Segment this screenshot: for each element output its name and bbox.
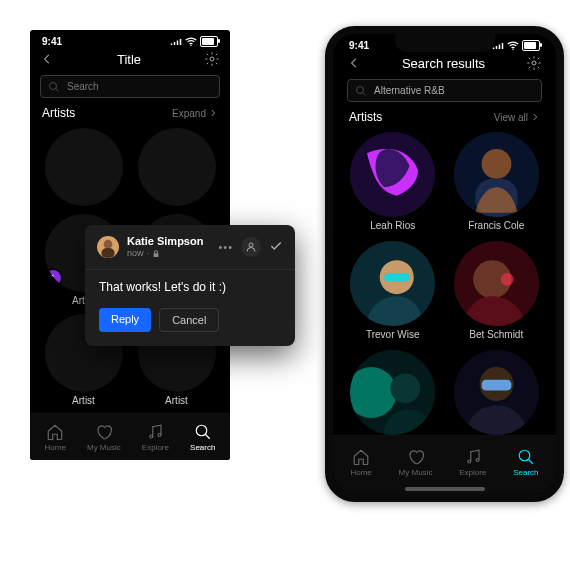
comment-body: That works! Let's do it :) <box>85 270 295 298</box>
home-icon <box>352 448 370 466</box>
search-icon <box>355 85 367 97</box>
more-icon[interactable]: ••• <box>218 241 233 253</box>
svg-point-9 <box>249 243 253 247</box>
battery-icon <box>200 36 218 47</box>
artist-cell[interactable]: Leah Rios <box>347 132 439 231</box>
home-indicator <box>405 487 485 491</box>
svg-point-29 <box>468 460 471 463</box>
svg-point-30 <box>476 458 479 461</box>
artist-cell[interactable]: Francis Cole <box>451 132 543 231</box>
settings-icon[interactable] <box>526 55 542 71</box>
avatar <box>97 236 119 258</box>
artist-cell[interactable] <box>347 350 439 435</box>
artist-cell[interactable]: Trevor Wise <box>347 241 439 340</box>
artist-cell[interactable] <box>451 350 543 435</box>
svg-point-5 <box>196 425 207 436</box>
status-icons <box>170 36 218 47</box>
svg-point-11 <box>532 61 536 65</box>
page-title: Search results <box>402 56 485 71</box>
wifi-icon <box>185 37 197 46</box>
artist-name: Artist <box>72 395 95 406</box>
notch <box>395 34 495 52</box>
title-bar: Title <box>30 47 230 71</box>
artist-name: Bet Schmidt <box>469 329 523 340</box>
svg-point-1 <box>210 57 214 61</box>
tab-home[interactable]: Home <box>350 448 371 477</box>
view-all-link[interactable]: View all <box>494 112 540 123</box>
tab-explore[interactable]: Explore <box>142 423 169 452</box>
search-input[interactable] <box>65 80 212 93</box>
chevron-right-icon <box>208 108 218 118</box>
tab-my-music[interactable]: My Music <box>399 448 433 477</box>
back-icon[interactable] <box>40 52 54 66</box>
comment-card: Katie Simpson now · ••• That works! Let'… <box>85 225 295 346</box>
user-icon[interactable] <box>241 237 261 257</box>
wifi-icon <box>507 41 519 50</box>
comment-footer: Reply Cancel <box>85 298 295 346</box>
artist-cell[interactable] <box>135 128 218 206</box>
artist-avatar <box>350 132 435 217</box>
search-icon <box>48 81 60 93</box>
artist-name: Trevor Wise <box>366 329 420 340</box>
search-field[interactable] <box>347 79 542 102</box>
svg-point-3 <box>150 435 153 438</box>
artist-avatar <box>350 241 435 326</box>
svg-point-12 <box>357 86 364 93</box>
svg-point-0 <box>190 45 192 47</box>
section-title: Artists <box>349 110 382 124</box>
status-bar: 9:41 <box>30 30 230 47</box>
artist-avatar <box>454 241 539 326</box>
commenter-name: Katie Simpson <box>127 235 203 248</box>
tab-explore[interactable]: Explore <box>459 448 486 477</box>
search-field[interactable] <box>40 75 220 98</box>
search-icon <box>194 423 212 441</box>
search-input[interactable] <box>372 84 534 97</box>
artist-avatar-placeholder <box>45 128 123 206</box>
page-title: Title <box>117 52 141 67</box>
artist-name: Leah Rios <box>370 220 415 231</box>
svg-point-10 <box>512 49 514 51</box>
comment-header: Katie Simpson now · ••• <box>85 225 295 269</box>
settings-icon[interactable] <box>204 51 220 67</box>
svg-rect-28 <box>481 380 511 391</box>
battery-icon <box>522 40 540 51</box>
expand-link[interactable]: Expand <box>172 108 218 119</box>
svg-point-25 <box>391 373 421 403</box>
signal-icon <box>170 38 182 46</box>
notification-badge: 1 <box>45 268 63 288</box>
artist-name: Artist <box>165 395 188 406</box>
music-note-icon <box>464 448 482 466</box>
tab-bar: Home My Music Explore Search <box>333 435 556 494</box>
check-icon[interactable] <box>269 239 283 255</box>
home-icon <box>46 423 64 441</box>
music-note-icon <box>146 423 164 441</box>
artist-avatar-placeholder <box>138 128 216 206</box>
svg-point-31 <box>519 450 530 461</box>
artist-cell[interactable] <box>42 128 125 206</box>
phone-screen-right: 9:41 Search results Artists View all Lea… <box>325 26 564 502</box>
tab-search[interactable]: Search <box>513 448 538 477</box>
tab-search[interactable]: Search <box>190 423 215 452</box>
title-bar: Search results <box>333 51 556 75</box>
search-icon <box>517 448 535 466</box>
artist-avatar <box>454 132 539 217</box>
artist-name: Francis Cole <box>468 220 524 231</box>
svg-point-15 <box>481 149 511 179</box>
back-icon[interactable] <box>347 56 361 70</box>
cancel-button[interactable]: Cancel <box>159 308 219 332</box>
svg-point-22 <box>501 273 514 286</box>
section-title: Artists <box>42 106 75 120</box>
reply-button[interactable]: Reply <box>99 308 151 332</box>
comment-time: now · <box>127 248 203 259</box>
tab-my-music[interactable]: My Music <box>87 423 121 452</box>
artist-avatar <box>350 350 435 435</box>
artist-cell[interactable]: Bet Schmidt <box>451 241 543 340</box>
section-header: Artists View all <box>333 108 556 126</box>
section-header: Artists Expand <box>30 104 230 122</box>
lock-icon <box>152 250 160 258</box>
heart-icon <box>407 448 425 466</box>
comment-meta: Katie Simpson now · <box>127 235 203 259</box>
tab-home[interactable]: Home <box>45 423 66 452</box>
status-time: 9:41 <box>42 36 62 47</box>
artist-avatar <box>454 350 539 435</box>
